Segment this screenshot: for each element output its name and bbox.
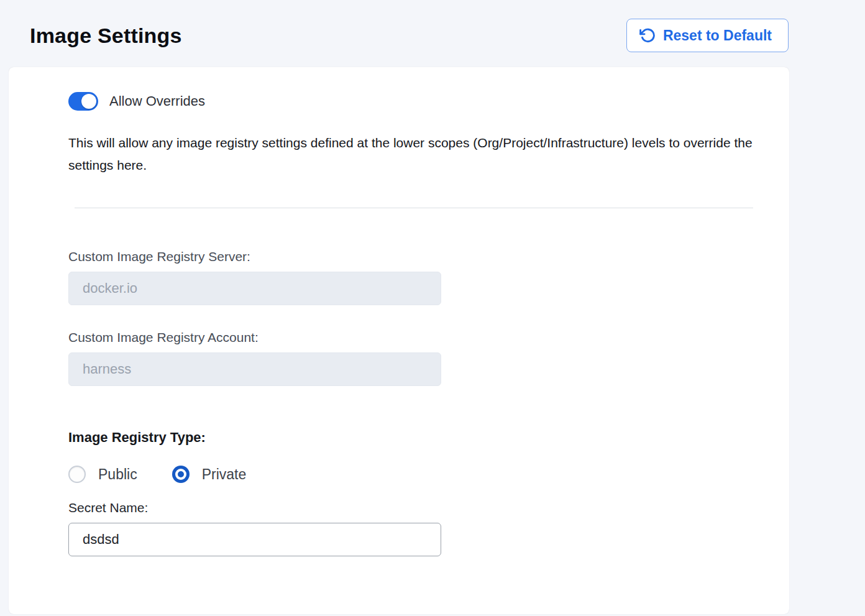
registry-account-label: Custom Image Registry Account: <box>68 330 753 345</box>
registry-account-input[interactable] <box>68 352 441 386</box>
image-settings-card: Allow Overrides This will allow any imag… <box>9 67 789 614</box>
toggle-knob <box>81 94 96 109</box>
reset-icon <box>639 27 656 44</box>
reset-button-label: Reset to Default <box>663 27 772 44</box>
radio-public-label: Public <box>98 466 137 483</box>
allow-overrides-label: Allow Overrides <box>109 93 205 109</box>
registry-account-field: Custom Image Registry Account: <box>68 330 753 386</box>
allow-overrides-row: Allow Overrides <box>68 92 753 111</box>
registry-server-label: Custom Image Registry Server: <box>68 249 753 264</box>
registry-server-field: Custom Image Registry Server: <box>68 249 753 305</box>
page-header: Image Settings Reset to Default <box>0 0 865 52</box>
radio-private-label: Private <box>202 466 247 483</box>
secret-name-label: Secret Name: <box>68 500 753 515</box>
radio-private-control <box>172 466 190 483</box>
registry-server-input[interactable] <box>68 272 441 305</box>
page-title: Image Settings <box>30 19 182 48</box>
registry-type-field: Image Registry Type: Public Private <box>68 430 753 483</box>
secret-name-field: Secret Name: <box>68 500 753 556</box>
radio-option-private[interactable]: Private <box>172 466 247 483</box>
radio-public-control <box>68 466 86 483</box>
secret-name-input[interactable] <box>68 523 441 556</box>
override-description: This will allow any image registry setti… <box>68 132 753 177</box>
registry-type-label: Image Registry Type: <box>68 430 753 446</box>
radio-option-public[interactable]: Public <box>68 466 137 483</box>
section-divider <box>75 208 753 208</box>
allow-overrides-toggle[interactable] <box>68 92 98 111</box>
registry-type-radio-group: Public Private <box>68 466 753 483</box>
reset-to-default-button[interactable]: Reset to Default <box>626 19 789 52</box>
